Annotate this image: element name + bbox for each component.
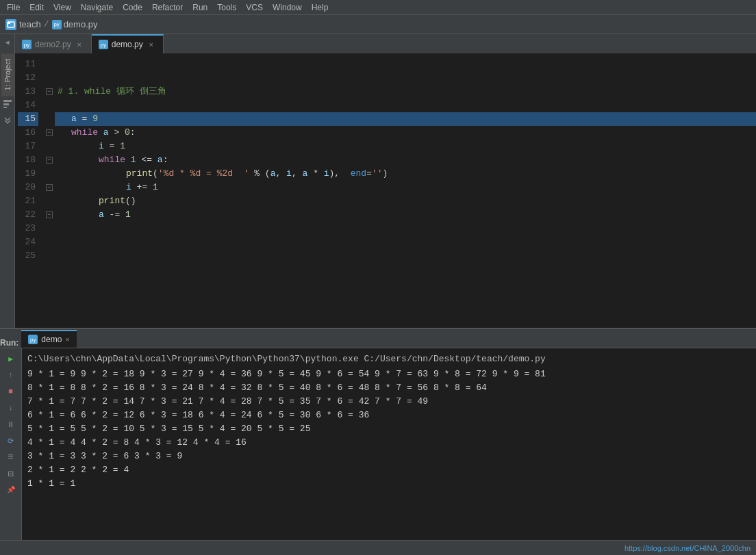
menu-tools[interactable]: Tools	[213, 1, 240, 14]
code-line-14	[55, 99, 756, 112]
code-line-23	[55, 222, 756, 235]
menu-vcs[interactable]: VCS	[242, 1, 267, 14]
code-line-12	[55, 71, 756, 85]
code-line-17: i = 1	[55, 140, 756, 153]
fold-23	[44, 222, 55, 235]
svg-rect-1	[8, 22, 10, 24]
tab-close-demo[interactable]: ×	[147, 40, 156, 49]
code-editor[interactable]: 11 12 13 14 15 16 17 18 19 20 21 22 23 2…	[15, 55, 756, 328]
output-area[interactable]: C:\Users\chn\AppData\Local\Programs\Pyth…	[22, 348, 756, 540]
code-line-20: i += 1	[55, 181, 756, 194]
run-stop-btn[interactable]: ■	[3, 384, 18, 399]
sidebar-collapse-btn[interactable]: ◀	[5, 38, 9, 47]
fold-column: − − − −	[44, 55, 55, 328]
fold-21	[44, 194, 55, 208]
code-line-21: print ()	[55, 194, 756, 208]
menu-file[interactable]: File	[3, 1, 24, 14]
fold-15	[44, 112, 55, 126]
menu-refactor[interactable]: Refactor	[148, 1, 187, 14]
code-line-11	[55, 57, 756, 71]
output-line-5: 4 * 1 = 4 4 * 2 = 8 4 * 3 = 12 4 * 4 = 1…	[27, 436, 751, 450]
editor-wrapper: py demo2.py × py demo.py × 11 12 13 14 1…	[15, 34, 756, 328]
status-url[interactable]: https://blog.csdn.net/CHINA_2000chn	[625, 544, 751, 552]
line-num-18: 18	[18, 153, 38, 167]
fold-13[interactable]: −	[44, 85, 55, 99]
line-num-12: 12	[18, 71, 38, 85]
code-line-15: a = 9	[55, 112, 756, 126]
output-line-2: 7 * 1 = 7 7 * 2 = 14 7 * 3 = 21 7 * 4 = …	[27, 395, 751, 409]
line-num-15: 15	[18, 112, 38, 126]
left-sidebar-strip: ◀ 1: Project	[0, 34, 15, 328]
titlebar: teach / py demo.py	[0, 15, 756, 34]
fold-22[interactable]: −	[44, 208, 55, 222]
line-num-23: 23	[18, 222, 38, 235]
fold-20[interactable]: −	[44, 181, 55, 194]
breadcrumb-separator: /	[44, 19, 49, 29]
menu-navigate[interactable]: Navigate	[77, 1, 117, 14]
tab-demo-py[interactable]: py demo.py ×	[92, 34, 164, 53]
fold-icon-13[interactable]: −	[46, 88, 53, 95]
menu-code[interactable]: Code	[118, 1, 147, 14]
num-9: 9	[92, 112, 98, 126]
bottom-content: ▶ ↑ ■ ↓ ⏸ ⟳ ≡ ⊟ 📌 C:\Users\chn\AppData\L…	[0, 348, 756, 540]
line-num-20: 20	[18, 181, 38, 194]
menu-help[interactable]: Help	[307, 1, 333, 14]
fold-icon-22[interactable]: −	[46, 211, 53, 218]
fold-24	[44, 235, 55, 249]
fn-print-21: print	[99, 194, 125, 208]
project-panel-tab[interactable]: 1: Project	[1, 53, 14, 96]
menubar: File Edit View Navigate Code Refactor Ru…	[0, 0, 756, 15]
tab-close-demo2[interactable]: ×	[75, 40, 84, 49]
code-line-24	[55, 235, 756, 249]
run-up-btn[interactable]: ↑	[3, 367, 18, 383]
breadcrumb-project[interactable]: teach	[19, 19, 41, 29]
main-content: ◀ 1: Project py demo2.py ×	[0, 34, 756, 328]
status-bar: https://blog.csdn.net/CHINA_2000chn	[0, 540, 756, 555]
run-pin-btn[interactable]: 📌	[3, 482, 18, 498]
menu-window[interactable]: Window	[268, 1, 306, 14]
run-tab-demo[interactable]: py demo ×	[21, 330, 76, 348]
fold-16[interactable]: −	[44, 126, 55, 140]
output-line-3: 6 * 1 = 6 6 * 2 = 12 6 * 3 = 18 6 * 4 = …	[27, 409, 751, 422]
code-line-22: a -= 1	[55, 208, 756, 222]
project-icon	[5, 19, 16, 30]
run-pause-btn[interactable]: ⏸	[3, 417, 18, 432]
line-num-21: 21	[18, 194, 38, 208]
line-num-17: 17	[18, 140, 38, 153]
output-line-0: 9 * 1 = 9 9 * 2 = 18 9 * 3 = 27 9 * 4 = …	[27, 367, 751, 381]
fold-17	[44, 140, 55, 153]
fold-icon-16[interactable]: −	[46, 129, 53, 136]
kw-while-18: while	[99, 153, 125, 167]
run-scroll-btn[interactable]: ≡	[3, 450, 18, 465]
run-tab-close[interactable]: ×	[65, 335, 69, 344]
run-rerun-btn[interactable]: ⟳	[3, 433, 18, 448]
tab-demo2-py[interactable]: py demo2.py ×	[15, 34, 92, 53]
fold-19	[44, 167, 55, 181]
menu-edit[interactable]: Edit	[25, 1, 48, 14]
line-num-24: 24	[18, 235, 38, 249]
code-line-16: while a > 0 :	[55, 126, 756, 140]
fold-18[interactable]: −	[44, 153, 55, 167]
line-num-14: 14	[18, 99, 38, 112]
tab-bar: py demo2.py × py demo.py ×	[15, 34, 756, 55]
code-comment-13: # 1. while 循环 倒三角	[58, 85, 166, 99]
line-num-22: 22	[18, 208, 38, 222]
fold-icon-18[interactable]: −	[46, 157, 53, 164]
code-content[interactable]: # 1. while 循环 倒三角 a = 9 while a >	[55, 55, 756, 328]
menu-run[interactable]: Run	[188, 1, 212, 14]
output-line-8: 1 * 1 = 1	[27, 477, 751, 491]
sidebar-toggle2[interactable]	[2, 115, 13, 129]
output-line-1: 8 * 1 = 8 8 * 2 = 16 8 * 3 = 24 8 * 4 = …	[27, 381, 751, 395]
fold-icon-20[interactable]: −	[46, 184, 53, 191]
run-down-btn[interactable]: ↓	[3, 400, 18, 415]
run-settings-btn[interactable]: ⊟	[3, 466, 18, 481]
menu-view[interactable]: View	[49, 1, 75, 14]
breadcrumb-file[interactable]: py demo.py	[52, 19, 98, 29]
sidebar-toggle1[interactable]	[2, 99, 13, 112]
svg-rect-3	[3, 103, 9, 105]
code-line-18: while i <= a :	[55, 153, 756, 167]
run-play-btn[interactable]: ▶	[3, 351, 18, 366]
svg-rect-2	[3, 100, 12, 102]
bottom-panel: Run: py demo × ▶ ↑ ■ ↓ ⏸ ⟳ ≡ ⊟ 📌 C:\User…	[0, 328, 756, 540]
line-numbers: 11 12 13 14 15 16 17 18 19 20 21 22 23 2…	[15, 55, 44, 328]
